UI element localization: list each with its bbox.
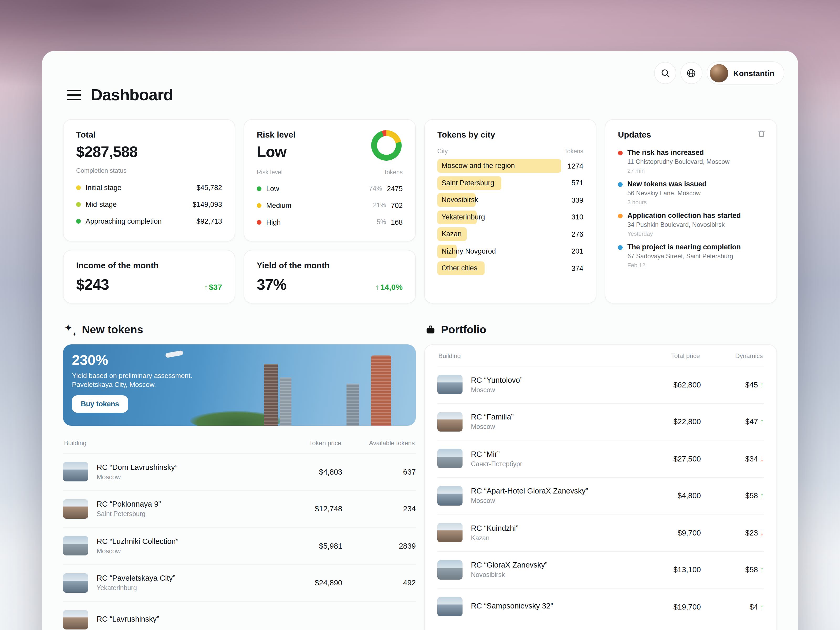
portfolio-row[interactable]: RC “Mir” Санкт-Петербург $27,500 $34 (437, 440, 764, 477)
building-name: RC “Lavrushinsky” (96, 615, 284, 623)
city-col-left: City (437, 148, 448, 154)
token-price: $12,748 (284, 505, 342, 513)
building-cell: RC “Kuindzhi” Kazan (471, 524, 633, 542)
available-tokens: 492 (342, 579, 416, 587)
portfolio-row[interactable]: RC “Familia” Moscow $22,800 $47 (437, 403, 764, 440)
clear-updates-button[interactable] (757, 129, 766, 140)
update-time: Yesterday (627, 231, 764, 237)
new-tokens-table: RC “Dom Lavrushinsky” Moscow $4,803 637 … (63, 453, 416, 630)
buy-tokens-button[interactable]: Buy tokens (72, 395, 128, 413)
new-token-row[interactable]: RC “Dom Lavrushinsky” Moscow $4,803 637 (63, 453, 416, 490)
update-item: The project is nearing completion 67 Sad… (618, 243, 764, 268)
income-title: Income of the month (76, 261, 222, 270)
building-cell: RC “Lavrushinsky” (96, 615, 284, 625)
building-name: RC “Familia” (471, 413, 633, 421)
risk-columns: Risk level Tokens (257, 169, 403, 175)
portfolio-table-header: Building Total price Dynamics (437, 345, 764, 366)
income-amount: $243 (76, 276, 109, 294)
bottom-sections: ✦✦ New tokens 230% Yield based on pr (63, 324, 777, 630)
risk-dot (257, 186, 261, 191)
total-price: $62,800 (633, 381, 701, 389)
yield-card: Yield of the month 37% 14,0% (243, 250, 416, 303)
portfolio-row[interactable]: RC “GloraX Zanevsky” Novosibirsk $13,100… (437, 551, 764, 588)
city-bar-wrap: Yekaterinburg (437, 210, 565, 224)
portfolio-row[interactable]: RC “Yuntolovo” Moscow $62,800 $45 (437, 366, 764, 403)
yield-delta: 14,0% (375, 283, 403, 291)
trend-arrow-icon (760, 492, 764, 500)
city-bar-wrap: Saint Petersburg (437, 177, 565, 190)
building-thumbnail (437, 449, 463, 469)
search-button[interactable] (654, 62, 676, 84)
risk-tokens: 2475 (387, 185, 403, 193)
update-time: Feb 12 (627, 262, 764, 268)
building-thumbnail (437, 412, 463, 431)
sparkle-icon: ✦✦ (64, 324, 77, 336)
new-token-row[interactable]: RC “Paveletskaya City” Yekaterinburg $24… (63, 564, 416, 601)
tokens-by-city-title: Tokens by city (437, 130, 583, 140)
user-menu[interactable]: Konstantin (706, 62, 784, 85)
city-row: Novosibirsk 339 (437, 192, 583, 209)
menu-button[interactable] (67, 88, 81, 103)
update-item: New tokens was issued 56 Nevskiy Lane, M… (618, 180, 764, 205)
building-name: RC “Mir” (471, 450, 633, 458)
city-tokens: 374 (572, 265, 583, 273)
new-token-row[interactable]: RC “Poklonnaya 9” Saint Petersburg $12,7… (63, 490, 416, 527)
dynamics-value: $58 (701, 492, 764, 500)
city-label: Kazan (442, 230, 462, 238)
city-label: Saint Petersburg (442, 179, 494, 187)
up-arrow-icon (375, 283, 381, 291)
update-dot (618, 214, 623, 218)
city-bar-wrap: Kazan (437, 227, 565, 241)
stage-value: $45,782 (196, 183, 222, 191)
building-cell: RC “Yuntolovo” Moscow (471, 376, 633, 394)
building-cell: RC “Poklonnaya 9” Saint Petersburg (96, 500, 284, 518)
risk-donut-chart (371, 130, 402, 161)
trend-arrow-icon (760, 381, 764, 389)
trend-arrow-icon (760, 455, 764, 463)
risk-col-right: Tokens (384, 169, 403, 175)
portfolio-row[interactable]: RC “Apart-Hotel GloraX Zanevsky” Moscow … (437, 477, 764, 514)
stage-label: Initial stage (85, 183, 196, 191)
portfolio-row[interactable]: RC “Sampsonievsky 32” $19,700 $4 (437, 588, 764, 625)
up-arrow-icon (204, 283, 209, 291)
building-cell: RC “Luzhniki Collection” Moscow (96, 537, 284, 555)
city-columns: City Tokens (437, 148, 583, 154)
income-card: Income of the month $243 $37 (63, 250, 235, 303)
dashboard-window: Konstantin Dashboard Total $287,588 Comp… (42, 51, 798, 630)
income-delta: $37 (204, 283, 222, 291)
total-price: $13,100 (633, 566, 701, 574)
building-city: Kazan (471, 534, 633, 542)
building-name: RC “Kuindzhi” (471, 524, 633, 532)
building-name: RC “Paveletskaya City” (96, 574, 284, 583)
city-label: Nizhny Novgorod (442, 247, 496, 255)
building-thumbnail (63, 462, 88, 482)
building-name: RC “Luzhniki Collection” (96, 537, 284, 545)
language-button[interactable] (680, 62, 702, 84)
city-bar-wrap: Other cities (437, 262, 565, 275)
update-title: New tokens was issued (627, 180, 764, 188)
updates-title: Updates (618, 130, 764, 140)
city-row: Kazan 276 (437, 226, 583, 243)
city-label: Other cities (442, 264, 477, 272)
city-tokens: 310 (572, 213, 583, 221)
col-dynamics: Dynamics (700, 352, 763, 360)
building-cell: RC “Mir” Санкт-Петербург (471, 450, 633, 468)
building-city: Moscow (96, 474, 284, 481)
update-address: 56 Nevskiy Lane, Moscow (627, 189, 764, 197)
new-token-row[interactable]: RC “Lavrushinsky” (63, 601, 416, 630)
city-row: Other cities 374 (437, 260, 583, 277)
city-rows: Moscow and the region 1274 Saint Petersb… (437, 158, 583, 277)
building-thumbnail (437, 523, 463, 543)
update-title: The project is nearing completion (627, 243, 764, 251)
trend-arrow-icon (760, 566, 764, 574)
dynamics-value: $23 (701, 529, 764, 537)
risk-label: Low (266, 185, 369, 193)
building-cell: RC “Familia” Moscow (471, 413, 633, 431)
token-price: $5,981 (284, 542, 342, 550)
risk-tokens: 168 (391, 218, 403, 226)
portfolio-row[interactable]: RC “Kuindzhi” Kazan $9,700 $23 (437, 514, 764, 551)
city-tokens: 1274 (567, 162, 583, 170)
city-tokens: 201 (572, 248, 583, 256)
update-title: The risk has increased (627, 148, 764, 157)
new-token-row[interactable]: RC “Luzhniki Collection” Moscow $5,981 2… (63, 527, 416, 564)
